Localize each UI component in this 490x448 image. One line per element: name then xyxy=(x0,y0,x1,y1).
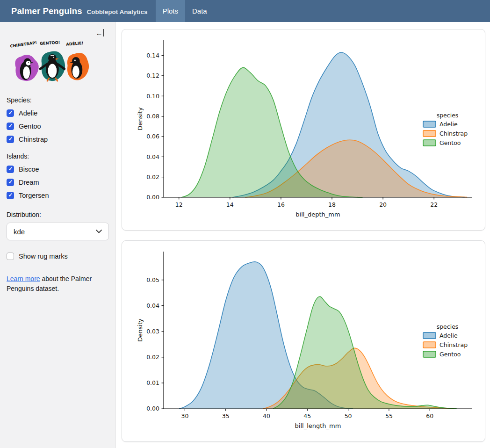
legend-label-Chinstrap: Chinstrap xyxy=(440,130,468,137)
artwork-label-chinstrap: CHINSTRAP! xyxy=(10,40,37,49)
x-tick-label: 45 xyxy=(303,412,311,419)
x-tick-label: 50 xyxy=(345,412,352,419)
sidebar: ← xyxy=(0,22,115,448)
chart-bill-length: 303540455055600.000.010.020.030.040.05bi… xyxy=(123,242,485,441)
legend-swatch-Gentoo xyxy=(423,140,436,146)
collapse-bar-icon xyxy=(103,29,104,36)
penguin-artwork: CHINSTRAP! GENTOO! ADÉLIE! xyxy=(7,40,92,84)
y-tick-label: 0.08 xyxy=(146,113,159,120)
card-bill-length: 303540455055600.000.010.020.030.040.05bi… xyxy=(122,240,485,442)
legend-label-Chinstrap: Chinstrap xyxy=(440,341,468,348)
nav-tabs: Plots Data xyxy=(156,0,214,22)
checkbox-row-biscoe[interactable]: Biscoe xyxy=(7,166,108,173)
artwork-label-gentoo: GENTOO! xyxy=(40,40,60,46)
species-heading: Species: xyxy=(7,96,108,104)
tab-plots[interactable]: Plots xyxy=(156,0,185,22)
y-tick-label: 0.10 xyxy=(146,93,159,100)
legend-label-Gentoo: Gentoo xyxy=(440,139,461,146)
learn-more-link[interactable]: Learn more xyxy=(7,275,40,282)
chevron-down-icon xyxy=(96,230,102,233)
checkbox-torgersen-icon[interactable] xyxy=(7,192,14,199)
y-tick-label: 0.05 xyxy=(146,276,159,283)
y-tick-label: 0.00 xyxy=(146,194,159,201)
islands-heading: Islands: xyxy=(7,152,108,160)
checkbox-biscoe-label: Biscoe xyxy=(19,166,39,173)
checkbox-row-dream[interactable]: Dream xyxy=(7,179,108,186)
legend-title: species xyxy=(437,112,459,119)
learn-more-note: Learn more about the Palmer Penguins dat… xyxy=(7,274,105,294)
y-tick-label: 0.00 xyxy=(146,405,159,412)
y-axis-label: Density xyxy=(137,107,144,130)
x-tick-label: 20 xyxy=(379,201,387,208)
checkbox-chinstrap-label: Chinstrap xyxy=(19,136,48,143)
checkbox-biscoe-icon[interactable] xyxy=(7,166,14,173)
legend-title: species xyxy=(437,323,459,330)
checkbox-adelie-label: Adelie xyxy=(19,109,37,117)
x-tick-label: 30 xyxy=(181,412,188,419)
checkbox-adelie-icon[interactable] xyxy=(7,109,14,117)
distribution-heading: Distribution: xyxy=(7,211,108,218)
x-tick-label: 22 xyxy=(430,201,438,208)
y-axis-label: Density xyxy=(137,318,144,342)
x-tick-label: 16 xyxy=(277,201,285,208)
checkbox-dream-label: Dream xyxy=(19,179,39,186)
checkbox-row-adelie[interactable]: Adelie xyxy=(7,109,108,117)
collapse-left-icon: ← xyxy=(96,29,103,36)
x-tick-label: 12 xyxy=(175,201,183,208)
app-title: Palmer Penguins xyxy=(11,6,82,16)
x-tick-label: 35 xyxy=(222,412,230,419)
app-subtitle: Cobblepot Analytics xyxy=(87,8,148,15)
legend-label-Adelie: Adelie xyxy=(440,332,458,339)
legend-swatch-Chinstrap xyxy=(423,342,436,348)
checkbox-rug-icon[interactable] xyxy=(7,253,14,260)
legend-swatch-Chinstrap xyxy=(423,130,436,137)
distribution-select[interactable]: kde xyxy=(7,223,109,240)
legend-swatch-Adelie xyxy=(423,332,436,339)
density-plot-bill_depth_mm: 1214161820220.000.020.040.060.080.100.12… xyxy=(123,31,484,229)
main-content: 1214161820220.000.020.040.060.080.100.12… xyxy=(115,22,490,448)
x-tick-label: 55 xyxy=(385,412,393,419)
y-tick-label: 0.14 xyxy=(146,52,159,59)
y-tick-label: 0.04 xyxy=(146,302,159,309)
artwork-label-adelie: ADÉLIE! xyxy=(66,40,84,47)
sidebar-collapse-button[interactable]: ← xyxy=(96,29,104,36)
checkbox-torgersen-label: Torgersen xyxy=(19,192,49,199)
checkbox-row-gentoo[interactable]: Gentoo xyxy=(7,123,108,130)
x-axis-label: bill_depth_mm xyxy=(295,211,340,218)
chart-bill-depth: 1214161820220.000.020.040.060.080.100.12… xyxy=(123,31,485,229)
legend-swatch-Adelie xyxy=(423,121,436,127)
navbar: Palmer Penguins Cobblepot Analytics Plot… xyxy=(0,0,490,22)
y-tick-label: 0.02 xyxy=(146,354,159,361)
x-tick-label: 14 xyxy=(226,201,234,208)
y-tick-label: 0.02 xyxy=(146,173,159,181)
checkbox-chinstrap-icon[interactable] xyxy=(7,136,14,143)
checkbox-dream-icon[interactable] xyxy=(7,179,14,186)
density-plot-bill_length_mm: 303540455055600.000.010.020.030.040.05bi… xyxy=(123,242,484,441)
checkbox-row-torgersen[interactable]: Torgersen xyxy=(7,192,108,199)
legend-label-Adelie: Adelie xyxy=(440,121,458,128)
legend-label-Gentoo: Gentoo xyxy=(440,351,461,358)
checkbox-gentoo-icon[interactable] xyxy=(7,123,14,130)
y-tick-label: 0.03 xyxy=(146,328,159,335)
x-tick-label: 40 xyxy=(263,412,270,419)
x-axis-label: bill_length_mm xyxy=(295,422,341,429)
checkbox-row-chinstrap[interactable]: Chinstrap xyxy=(7,136,108,143)
legend-swatch-Gentoo xyxy=(423,351,436,357)
card-bill-depth: 1214161820220.000.020.040.060.080.100.12… xyxy=(122,29,485,231)
y-tick-label: 0.04 xyxy=(146,153,159,160)
y-tick-label: 0.12 xyxy=(146,72,159,79)
tab-data[interactable]: Data xyxy=(185,0,214,22)
brand: Palmer Penguins Cobblepot Analytics xyxy=(0,6,148,16)
x-tick-label: 18 xyxy=(328,201,336,208)
y-tick-label: 0.01 xyxy=(146,379,159,386)
distribution-select-value: kde xyxy=(14,228,25,236)
checkbox-rug-label: Show rug marks xyxy=(19,253,68,260)
x-tick-label: 60 xyxy=(426,412,433,419)
checkbox-row-rug[interactable]: Show rug marks xyxy=(7,253,108,260)
y-tick-label: 0.06 xyxy=(146,133,159,140)
checkbox-gentoo-label: Gentoo xyxy=(19,123,41,130)
